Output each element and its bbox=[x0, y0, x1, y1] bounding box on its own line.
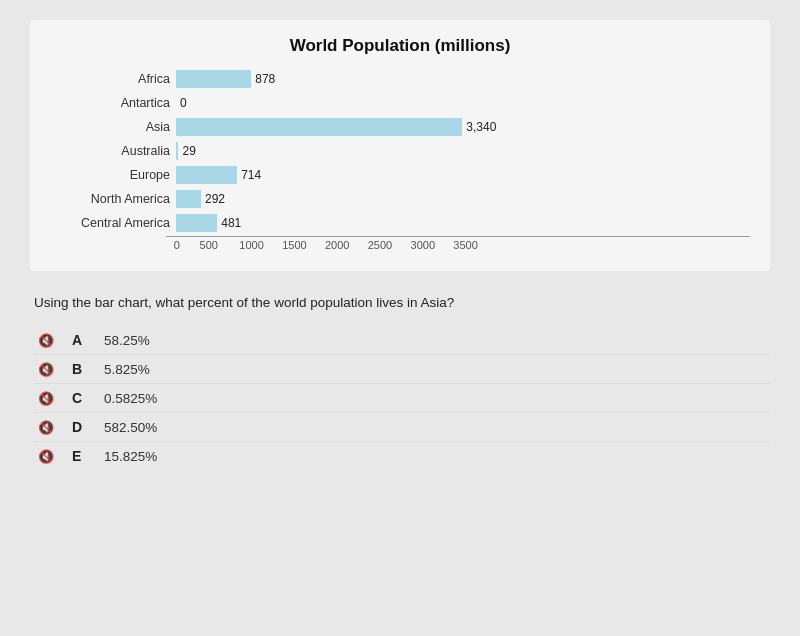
x-tick: 2500 bbox=[359, 239, 402, 251]
x-tick: 3000 bbox=[401, 239, 444, 251]
answer-letter: E bbox=[72, 448, 90, 464]
bar-area: 878 bbox=[176, 70, 275, 88]
bar-value: 3,340 bbox=[466, 120, 496, 134]
speaker-icon[interactable]: 🔇 bbox=[34, 449, 58, 464]
bar bbox=[176, 70, 251, 88]
row-label: Europe bbox=[60, 168, 170, 182]
answer-letter: D bbox=[72, 419, 90, 435]
chart-row: Europe 714 bbox=[60, 166, 750, 184]
bar-area: 292 bbox=[176, 190, 225, 208]
chart-row: Central America 481 bbox=[60, 214, 750, 232]
bar-area: 0 bbox=[176, 94, 187, 112]
x-tick: 3500 bbox=[444, 239, 487, 251]
chart-row: Africa 878 bbox=[60, 70, 750, 88]
speaker-icon[interactable]: 🔇 bbox=[34, 333, 58, 348]
row-label: Africa bbox=[60, 72, 170, 86]
bar-area: 714 bbox=[176, 166, 261, 184]
bar-area: 29 bbox=[176, 142, 196, 160]
bar-value: 878 bbox=[255, 72, 275, 86]
answer-text: 582.50% bbox=[104, 420, 157, 435]
row-label: Asia bbox=[60, 120, 170, 134]
bar-value: 481 bbox=[221, 216, 241, 230]
answer-row: 🔇 B 5.825% bbox=[34, 355, 770, 384]
answer-letter: A bbox=[72, 332, 90, 348]
speaker-icon[interactable]: 🔇 bbox=[34, 391, 58, 406]
answer-text: 0.5825% bbox=[104, 391, 157, 406]
answers-container: 🔇 A 58.25% 🔇 B 5.825% 🔇 C 0.5825% 🔇 D 58… bbox=[34, 326, 770, 470]
row-label: Australia bbox=[60, 144, 170, 158]
x-tick: 1000 bbox=[230, 239, 273, 251]
chart-container: Africa 878 Antartica 0 Asia 3,340 Austra… bbox=[50, 70, 750, 232]
bar-value: 292 bbox=[205, 192, 225, 206]
answer-text: 5.825% bbox=[104, 362, 150, 377]
x-tick: 500 bbox=[187, 239, 230, 251]
bar bbox=[176, 190, 201, 208]
answer-text: 58.25% bbox=[104, 333, 150, 348]
answer-row: 🔇 A 58.25% bbox=[34, 326, 770, 355]
answer-text: 15.825% bbox=[104, 449, 157, 464]
chart-row: Antartica 0 bbox=[60, 94, 750, 112]
x-tick: 1500 bbox=[273, 239, 316, 251]
chart-title: World Population (millions) bbox=[50, 36, 750, 56]
chart-section: World Population (millions) Africa 878 A… bbox=[30, 20, 770, 271]
x-tick: 0 bbox=[166, 239, 187, 251]
x-axis: 0500100015002000250030003500 bbox=[166, 236, 750, 251]
question-section: Using the bar chart, what percent of the… bbox=[30, 295, 770, 470]
chart-row: Australia 29 bbox=[60, 142, 750, 160]
chart-row: Asia 3,340 bbox=[60, 118, 750, 136]
question-text: Using the bar chart, what percent of the… bbox=[34, 295, 770, 310]
bar bbox=[176, 118, 462, 136]
answer-letter: C bbox=[72, 390, 90, 406]
bar bbox=[176, 166, 237, 184]
chart-row: North America 292 bbox=[60, 190, 750, 208]
bar-area: 3,340 bbox=[176, 118, 496, 136]
x-tick: 2000 bbox=[316, 239, 359, 251]
answer-row: 🔇 D 582.50% bbox=[34, 413, 770, 442]
speaker-icon[interactable]: 🔇 bbox=[34, 362, 58, 377]
answer-letter: B bbox=[72, 361, 90, 377]
bar-value: 714 bbox=[241, 168, 261, 182]
row-label: North America bbox=[60, 192, 170, 206]
bar-value: 0 bbox=[180, 96, 187, 110]
bar-value: 29 bbox=[182, 144, 195, 158]
answer-row: 🔇 E 15.825% bbox=[34, 442, 770, 470]
speaker-icon[interactable]: 🔇 bbox=[34, 420, 58, 435]
row-label: Antartica bbox=[60, 96, 170, 110]
bar bbox=[176, 142, 178, 160]
row-label: Central America bbox=[60, 216, 170, 230]
bar-area: 481 bbox=[176, 214, 241, 232]
answer-row: 🔇 C 0.5825% bbox=[34, 384, 770, 413]
bar bbox=[176, 214, 217, 232]
